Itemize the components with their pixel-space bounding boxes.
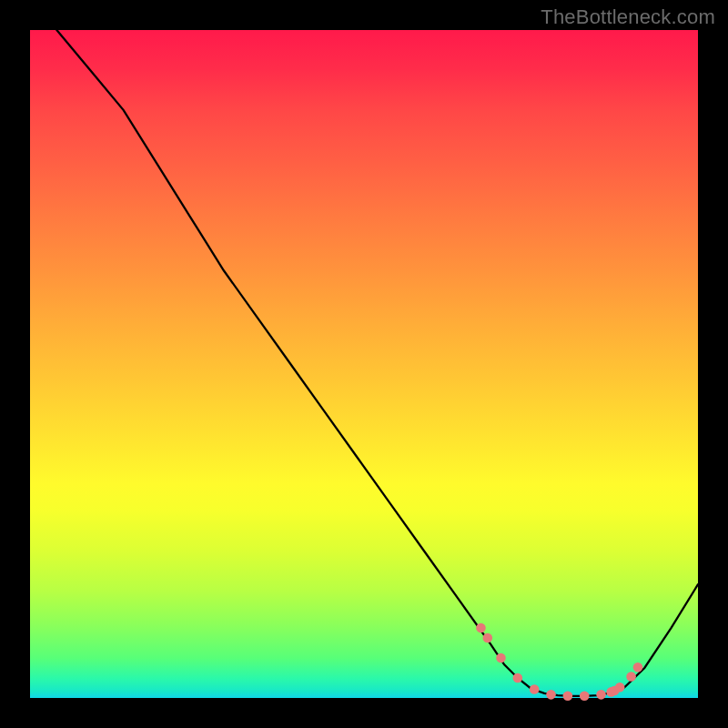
curve-line xyxy=(56,30,698,696)
highlight-dot xyxy=(530,684,540,694)
highlight-dot xyxy=(476,623,486,633)
highlight-dot xyxy=(496,653,506,663)
highlight-dot xyxy=(563,692,573,702)
highlight-dot xyxy=(546,690,556,700)
highlight-dot xyxy=(633,662,643,672)
chart-svg xyxy=(30,30,698,698)
highlight-dot xyxy=(580,692,590,702)
highlight-dot xyxy=(626,672,636,682)
watermark-text: TheBottleneck.com xyxy=(541,5,715,29)
highlight-dot xyxy=(513,673,523,683)
plot-area xyxy=(30,30,698,698)
highlight-dot xyxy=(596,690,606,700)
highlight-dots xyxy=(476,623,642,701)
highlight-dot xyxy=(615,682,625,693)
highlight-dot xyxy=(482,633,492,643)
chart-frame: TheBottleneck.com xyxy=(0,0,728,728)
